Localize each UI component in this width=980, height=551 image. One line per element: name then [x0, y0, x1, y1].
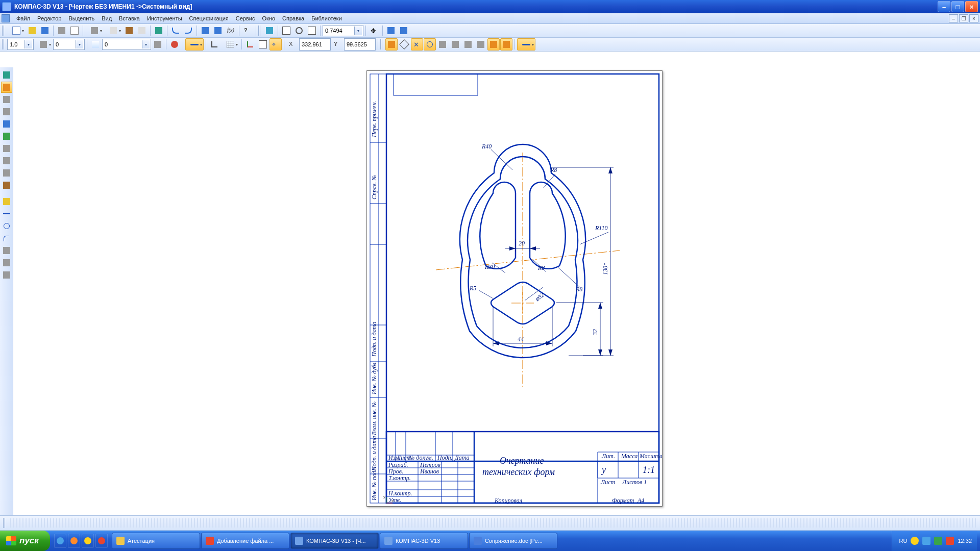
- select-tab[interactable]: [1, 143, 12, 154]
- toolbar-handle[interactable]: [258, 26, 261, 36]
- propbar-area[interactable]: [10, 518, 977, 528]
- zoom-combo[interactable]: 0.7494▾: [323, 25, 363, 36]
- spec-tab[interactable]: [1, 155, 12, 166]
- cut-button[interactable]: [85, 24, 104, 37]
- snap-point-button[interactable]: [487, 38, 500, 51]
- copy-props-button[interactable]: [136, 24, 148, 37]
- snap-button[interactable]: ⌖: [270, 38, 282, 51]
- ql-browser2[interactable]: [82, 534, 94, 548]
- toolbar-handle[interactable]: [2, 39, 5, 49]
- layers-button[interactable]: [398, 24, 410, 37]
- snap-end-button[interactable]: [385, 38, 398, 51]
- style-combo[interactable]: 0▾: [102, 39, 151, 50]
- ql-desktop[interactable]: [54, 534, 66, 548]
- new-button[interactable]: [7, 24, 26, 37]
- menu-edit[interactable]: Редактор: [34, 14, 65, 22]
- paste-button[interactable]: [123, 24, 135, 37]
- snap-cen-button[interactable]: [424, 38, 436, 51]
- manager-button[interactable]: [199, 24, 211, 37]
- snap-int-button[interactable]: ✕: [411, 38, 423, 51]
- coord-y[interactable]: 99.5625: [344, 38, 376, 51]
- menu-view[interactable]: Вид: [98, 14, 115, 22]
- task-button[interactable]: Атестация: [112, 533, 200, 549]
- tray-icon[interactable]: [922, 537, 930, 545]
- redo-button[interactable]: [182, 24, 194, 37]
- copy-button[interactable]: [104, 24, 122, 37]
- stop-button[interactable]: [168, 38, 181, 51]
- save-button[interactable]: [39, 24, 51, 37]
- tool-heightdim[interactable]: [1, 269, 12, 281]
- undo-button[interactable]: [169, 24, 182, 37]
- menu-select[interactable]: Выделить: [65, 14, 98, 22]
- mdi-close[interactable]: ×: [969, 14, 978, 22]
- close-button[interactable]: ×: [965, 1, 978, 12]
- drawing-canvas[interactable]: Перв. примен. Справ. № Подп. и дата Инв.…: [13, 67, 980, 516]
- minimize-button[interactable]: –: [938, 1, 950, 12]
- document-icon[interactable]: [2, 14, 10, 22]
- step-combo[interactable]: 1.0▾: [7, 39, 34, 50]
- lcs-button[interactable]: [244, 38, 256, 51]
- ql-browser3[interactable]: [95, 534, 108, 548]
- style-settings[interactable]: [152, 38, 164, 51]
- views-button[interactable]: [385, 24, 397, 37]
- menu-window[interactable]: Окно: [258, 14, 279, 22]
- step-settings[interactable]: [34, 38, 53, 51]
- tool-raddim[interactable]: [1, 233, 12, 244]
- snap-nor-button[interactable]: [449, 38, 461, 51]
- task-button[interactable]: Сопряжение.doc [Ре...: [469, 533, 557, 549]
- snap-ext-button[interactable]: [500, 38, 512, 51]
- snap-near-button[interactable]: [462, 38, 474, 51]
- menu-file[interactable]: Файл: [13, 14, 34, 22]
- mdi-minimize[interactable]: –: [949, 14, 958, 22]
- toolbar-handle[interactable]: [380, 39, 383, 49]
- edit-tab[interactable]: [1, 106, 12, 117]
- angle-combo[interactable]: 0▾: [53, 39, 85, 50]
- preview-button[interactable]: [68, 24, 81, 37]
- print-button[interactable]: [56, 24, 68, 37]
- tool-arcdim[interactable]: [1, 257, 12, 268]
- task-button[interactable]: КОМПАС-3D V13: [380, 533, 468, 549]
- lang-indicator[interactable]: RU: [899, 538, 908, 544]
- refresh-button[interactable]: [263, 24, 276, 37]
- menu-help[interactable]: Справка: [279, 14, 308, 22]
- tray-icon[interactable]: [911, 537, 919, 545]
- round-button[interactable]: [257, 38, 269, 51]
- fx-button[interactable]: f(x): [225, 24, 237, 37]
- snap-grid-button[interactable]: [475, 38, 487, 51]
- menu-service[interactable]: Сервис: [232, 14, 259, 22]
- params-tab[interactable]: [1, 118, 12, 130]
- ortho-button[interactable]: [208, 38, 220, 51]
- vars-button[interactable]: [212, 24, 224, 37]
- dimensions-tab[interactable]: [1, 82, 12, 93]
- insert-tab[interactable]: [1, 180, 12, 191]
- menu-tools[interactable]: Инструменты: [143, 14, 186, 22]
- tool-lindim[interactable]: [1, 208, 12, 219]
- zoom-fit-button[interactable]: [306, 24, 318, 37]
- mdi-restore[interactable]: ❐: [959, 14, 968, 22]
- start-button[interactable]: пуск: [0, 531, 50, 551]
- notation-tab[interactable]: [1, 94, 12, 105]
- clock[interactable]: 12:32: [958, 538, 972, 544]
- menu-spec[interactable]: Спецификация: [186, 14, 232, 22]
- coord-x[interactable]: 332.961: [299, 38, 331, 51]
- geometry-tab[interactable]: [1, 69, 12, 81]
- grid-button[interactable]: [221, 38, 239, 51]
- measure-tab[interactable]: [1, 131, 12, 142]
- zoom-in-button[interactable]: [293, 24, 305, 37]
- snap-tan-button[interactable]: [436, 38, 449, 51]
- open-button[interactable]: [26, 24, 38, 37]
- ql-browser1[interactable]: [68, 534, 80, 548]
- tool-angdim[interactable]: [1, 245, 12, 256]
- task-button[interactable]: Добавление файла ...: [201, 533, 289, 549]
- tool-diamdim[interactable]: [1, 220, 12, 232]
- tray-icon[interactable]: [934, 537, 942, 545]
- properties-button[interactable]: [153, 24, 165, 37]
- menu-libs[interactable]: Библиотеки: [308, 14, 346, 22]
- tool-autodim[interactable]: [1, 196, 12, 207]
- propbar-handle[interactable]: [3, 518, 6, 528]
- layer-state-button[interactable]: [89, 38, 102, 51]
- maximize-button[interactable]: □: [951, 1, 964, 12]
- tray-icon[interactable]: [946, 537, 954, 545]
- snap-mid-button[interactable]: [398, 38, 410, 51]
- pan-button[interactable]: ✥: [368, 24, 380, 37]
